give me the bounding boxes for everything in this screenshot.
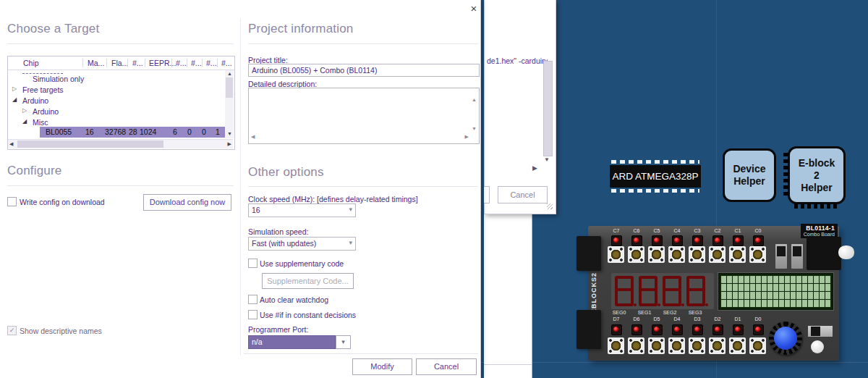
scroll-up-icon[interactable]: ▲ <box>227 71 232 76</box>
dialog-cancel-button[interactable]: Cancel <box>416 358 477 375</box>
push-button-c1[interactable] <box>729 246 746 263</box>
scroll-right-icon[interactable]: ▶ <box>228 141 231 147</box>
project-title-input[interactable]: Arduino (BL0055) + Combo (BL0114) <box>248 64 480 77</box>
push-button-d7[interactable] <box>608 337 624 354</box>
dip-switch[interactable] <box>791 244 803 269</box>
scroll-right-icon[interactable]: ▶ <box>465 131 469 143</box>
led-c0 <box>753 235 764 246</box>
push-button-d5[interactable] <box>648 337 665 354</box>
chevron-down-icon[interactable]: ▾ <box>336 335 351 349</box>
chip-table-header[interactable]: ChipMa...Fla...#...EEPR...#...#...#...#.… <box>8 56 234 70</box>
lcd-cell <box>762 292 767 299</box>
scrollbar-thumb[interactable] <box>226 77 233 98</box>
scroll-right-icon[interactable]: ▶ <box>532 164 537 172</box>
lcd-cell <box>802 276 807 283</box>
write-config-checkbox[interactable] <box>7 197 17 206</box>
show-descriptive-names-checkbox[interactable]: ✓ <box>7 326 17 335</box>
column-separator <box>187 59 187 67</box>
ard-atmega328p-chip[interactable]: ARD ATMEGA328P <box>610 165 701 188</box>
push-button-c5[interactable] <box>648 246 665 263</box>
scroll-down-icon[interactable]: ▼ <box>542 156 551 163</box>
use-if-constant-checkbox[interactable] <box>248 310 258 319</box>
push-button-d3[interactable] <box>689 337 705 354</box>
lcd-cell <box>791 300 796 307</box>
clock-speed-combo[interactable]: 16 ▾ <box>248 203 356 217</box>
tree-collapsed-icon[interactable]: ▷ <box>12 85 17 92</box>
tree-expanded-icon[interactable]: ◢ <box>12 96 17 103</box>
seven-seg-digit <box>615 276 639 306</box>
push-button-d1[interactable] <box>729 337 746 354</box>
compiler-output-text: de1.hex" -carduino <box>487 56 548 65</box>
resize-grip-icon[interactable] <box>547 203 553 209</box>
tree-item-arduino[interactable]: ▷Arduino <box>8 106 225 117</box>
table-horizontal-scrollbar[interactable]: ◀ ▶ <box>8 139 233 148</box>
eblock-2-helper-block[interactable]: E-block 2 Helper <box>788 146 846 204</box>
column-header-5[interactable]: #... <box>176 59 187 67</box>
seven-seg-digit <box>663 276 686 306</box>
push-button-d0[interactable] <box>749 337 766 354</box>
ldr-ball[interactable] <box>811 340 824 353</box>
column-header-6[interactable]: #... <box>191 59 202 67</box>
lcd-cell <box>733 292 738 299</box>
lcd-cell <box>744 284 749 291</box>
push-button-c0[interactable] <box>749 246 766 263</box>
column-header-2[interactable]: Fla... <box>111 59 128 67</box>
scrollbar-thumb[interactable] <box>17 140 163 148</box>
tree-item-misc[interactable]: ◢Misc <box>8 117 225 127</box>
column-header-8[interactable]: #... <box>221 59 232 67</box>
push-button-d4[interactable] <box>668 337 685 354</box>
column-header-3[interactable]: #... <box>132 59 143 67</box>
canvas-gridline <box>480 362 868 363</box>
tree-expanded-icon[interactable]: ◢ <box>22 118 27 125</box>
push-button-c4[interactable] <box>668 246 685 263</box>
push-button-c2[interactable] <box>709 246 726 263</box>
slide-switch[interactable] <box>808 326 833 337</box>
selected-chip-value: 1024 <box>140 127 156 136</box>
close-icon[interactable]: × <box>467 2 480 15</box>
programmer-port-combo[interactable]: n/a <box>248 335 336 349</box>
tree-item-arduino[interactable]: ◢Arduino <box>8 95 225 106</box>
push-button-d2[interactable] <box>709 337 726 354</box>
lcd-cell <box>796 292 801 299</box>
push-button-d6[interactable] <box>628 337 644 354</box>
push-button-c6[interactable] <box>628 246 644 263</box>
modify-button[interactable]: Modify <box>352 358 412 375</box>
scroll-left-icon[interactable]: ◀ <box>251 131 255 143</box>
board-left-connector <box>576 310 601 349</box>
scroll-down-icon[interactable]: ▼ <box>472 123 477 135</box>
supplementary-code-button[interactable]: Supplementary Code... <box>262 273 354 289</box>
lcd-cell <box>744 292 749 299</box>
chevron-down-icon[interactable]: ▾ <box>349 206 352 213</box>
output-scrollbar[interactable] <box>543 61 553 156</box>
simulation-speed-combo[interactable]: Fast (with updates) ▾ <box>248 237 356 251</box>
auto-clear-watchdog-checkbox[interactable] <box>248 295 258 304</box>
scroll-down-icon[interactable]: ▼ <box>227 131 232 136</box>
push-button-c7[interactable] <box>608 246 624 263</box>
lcd-cell <box>825 292 830 299</box>
lcd-cell <box>721 292 726 299</box>
tree-item-simulation-only[interactable]: Simulation only <box>8 73 225 84</box>
tree-collapsed-icon[interactable]: ▷ <box>22 107 27 114</box>
tree-item-free-targets[interactable]: ▷Free targets <box>8 84 225 95</box>
chevron-down-icon[interactable]: ▾ <box>349 239 352 246</box>
potentiometer-knob[interactable] <box>769 322 802 355</box>
description-textarea[interactable]: ▲ ▼ ◀ ▶ <box>248 88 480 144</box>
background-cancel-button[interactable]: Cancel <box>498 186 548 203</box>
dip-switch[interactable] <box>775 244 787 269</box>
lcd-cell <box>727 292 732 299</box>
column-header-0[interactable]: Chip <box>23 59 39 67</box>
column-header-1[interactable]: Ma... <box>88 59 104 67</box>
device-helper-block[interactable]: Device Helper <box>723 148 776 202</box>
digit-dot <box>658 303 660 306</box>
column-header-7[interactable]: #... <box>206 59 217 67</box>
led-d4 <box>672 324 683 335</box>
selected-chip-row[interactable]: BL005516327682810246001 <box>40 127 226 138</box>
lcd-cell <box>756 300 761 307</box>
table-vertical-scrollbar[interactable]: ▲ ▼ <box>225 70 234 138</box>
digit-8 <box>615 276 634 306</box>
scroll-up-icon[interactable]: ▲ <box>472 94 477 106</box>
use-supplementary-code-checkbox[interactable] <box>248 259 258 268</box>
push-button-c3[interactable] <box>689 246 705 263</box>
scroll-left-icon[interactable]: ◀ <box>9 141 13 147</box>
download-config-button[interactable]: Download config now <box>143 194 231 211</box>
